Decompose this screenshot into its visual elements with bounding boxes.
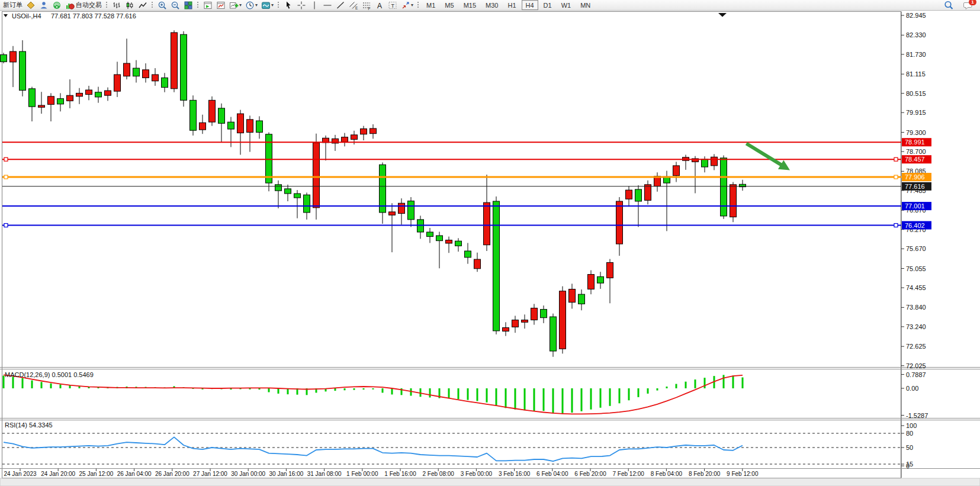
signals-icon[interactable] xyxy=(51,1,63,10)
candle[interactable] xyxy=(124,63,130,76)
text-icon[interactable]: A xyxy=(374,1,385,10)
candle[interactable] xyxy=(162,78,168,87)
candle[interactable] xyxy=(730,185,737,217)
candle[interactable] xyxy=(607,263,613,278)
arrows-button[interactable]: ▾ xyxy=(400,1,415,10)
timeframe-button-h1[interactable]: H1 xyxy=(503,0,520,10)
search-icon[interactable] xyxy=(943,1,955,10)
candle[interactable] xyxy=(237,114,244,133)
candle[interactable] xyxy=(645,185,651,201)
candle[interactable] xyxy=(522,320,528,322)
candle[interactable] xyxy=(361,129,367,134)
candle[interactable] xyxy=(579,294,585,304)
candle[interactable] xyxy=(370,128,377,134)
candle[interactable] xyxy=(493,201,500,331)
candle[interactable] xyxy=(635,189,642,201)
candle[interactable] xyxy=(247,120,253,133)
candle[interactable] xyxy=(143,70,149,78)
candle[interactable] xyxy=(503,328,509,331)
candle[interactable] xyxy=(484,202,490,245)
candle[interactable] xyxy=(266,134,272,183)
bar-chart-icon[interactable] xyxy=(111,1,123,10)
candle[interactable] xyxy=(550,317,557,351)
vertical-line-icon[interactable] xyxy=(309,1,320,10)
candle[interactable] xyxy=(569,289,576,302)
candle[interactable] xyxy=(95,92,102,97)
candle[interactable] xyxy=(171,33,178,89)
trendline-icon[interactable] xyxy=(335,1,346,10)
candle[interactable] xyxy=(48,96,54,105)
timeframe-button-m1[interactable]: M1 xyxy=(422,0,439,10)
candlestick-chart-icon[interactable] xyxy=(124,1,136,10)
candle[interactable] xyxy=(152,75,159,81)
line-chart-icon[interactable] xyxy=(137,1,149,10)
candle[interactable] xyxy=(351,135,358,140)
candle[interactable] xyxy=(399,203,405,213)
timeframe-button-m30[interactable]: M30 xyxy=(481,0,502,10)
candle[interactable] xyxy=(673,166,680,176)
horizontal-line-icon[interactable] xyxy=(322,1,333,10)
candle[interactable] xyxy=(29,89,36,107)
candle[interactable] xyxy=(275,185,282,191)
candle[interactable] xyxy=(1,54,7,62)
candle[interactable] xyxy=(105,91,111,95)
candle[interactable] xyxy=(200,123,206,130)
candle[interactable] xyxy=(512,320,519,327)
candle[interactable] xyxy=(588,275,595,289)
timeframe-button-h4[interactable]: H4 xyxy=(522,0,538,10)
zoom-out-icon[interactable] xyxy=(169,1,181,10)
candle[interactable] xyxy=(114,75,121,91)
candle[interactable] xyxy=(721,158,727,216)
line-drag-handle[interactable] xyxy=(4,175,8,179)
market-depth-icon[interactable] xyxy=(25,1,37,10)
tile-windows-icon[interactable] xyxy=(182,1,194,10)
notifications-button[interactable]: 1 xyxy=(962,1,973,10)
candle[interactable] xyxy=(294,194,301,198)
timeframe-button-w1[interactable]: W1 xyxy=(557,0,576,10)
candle[interactable] xyxy=(711,157,718,166)
candle[interactable] xyxy=(67,95,73,101)
line-drag-handle[interactable] xyxy=(894,175,898,179)
candle[interactable] xyxy=(702,159,708,167)
candle[interactable] xyxy=(541,310,547,318)
candle[interactable] xyxy=(133,68,140,76)
line-drag-handle[interactable] xyxy=(894,224,898,227)
candle[interactable] xyxy=(427,232,433,237)
new-chart-button[interactable]: ▾ xyxy=(228,1,243,10)
candle[interactable] xyxy=(209,100,216,122)
candle[interactable] xyxy=(228,122,234,129)
equidistant-channel-icon[interactable]: E xyxy=(348,1,359,10)
candle[interactable] xyxy=(455,241,462,246)
text-label-icon[interactable]: T xyxy=(387,1,399,10)
templates-button[interactable]: ▾ xyxy=(260,1,275,10)
candle[interactable] xyxy=(256,121,263,133)
periods-button[interactable]: ▾ xyxy=(244,1,259,10)
candle[interactable] xyxy=(342,137,348,142)
candle[interactable] xyxy=(181,34,187,100)
candle[interactable] xyxy=(597,276,604,283)
candle[interactable] xyxy=(304,195,310,213)
line-drag-handle[interactable] xyxy=(894,157,898,161)
candle[interactable] xyxy=(380,165,386,213)
candle[interactable] xyxy=(408,201,415,219)
timeframe-button-m5[interactable]: M5 xyxy=(441,0,458,10)
candle[interactable] xyxy=(313,143,320,208)
candle[interactable] xyxy=(616,201,623,244)
candle[interactable] xyxy=(465,251,471,258)
candle[interactable] xyxy=(436,236,443,241)
auto-arrange-icon[interactable] xyxy=(202,1,214,10)
candle[interactable] xyxy=(389,212,396,215)
timeframe-button-m15[interactable]: M15 xyxy=(460,0,480,10)
line-drag-handle[interactable] xyxy=(4,157,8,161)
fibonacci-icon[interactable]: F xyxy=(361,1,372,10)
candle[interactable] xyxy=(20,52,26,91)
candle[interactable] xyxy=(38,105,45,107)
candle[interactable] xyxy=(57,99,64,104)
crosshair-icon[interactable] xyxy=(295,1,307,10)
candle[interactable] xyxy=(474,259,481,269)
timeframe-button-d1[interactable]: D1 xyxy=(539,0,556,10)
timeframe-button-mn[interactable]: MN xyxy=(576,0,595,10)
candle[interactable] xyxy=(10,52,17,62)
candle[interactable] xyxy=(86,90,92,95)
line-drag-handle[interactable] xyxy=(4,224,8,227)
